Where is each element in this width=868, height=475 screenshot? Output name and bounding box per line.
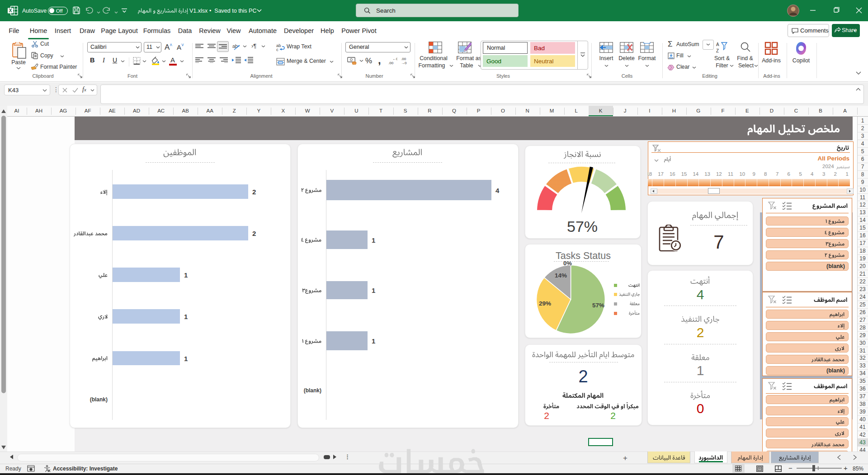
svg-text:Z: Z (716, 48, 719, 53)
svg-text:→0: →0 (401, 61, 407, 65)
svg-text:←0: ←0 (392, 57, 397, 61)
svg-text:X: X (9, 8, 12, 13)
svg-text:.00: .00 (401, 57, 406, 61)
svg-text:ab: ab (232, 43, 238, 49)
svg-text:c: c (276, 47, 278, 52)
svg-text:.00: .00 (388, 61, 394, 65)
svg-text:A: A (716, 42, 719, 47)
